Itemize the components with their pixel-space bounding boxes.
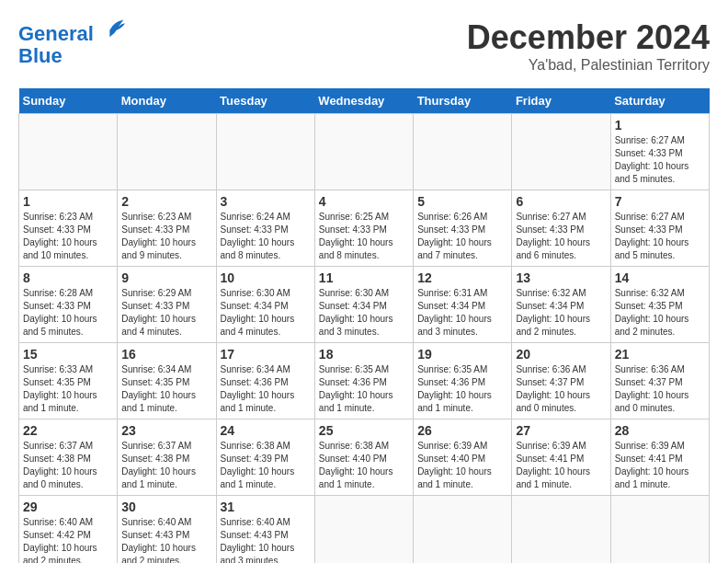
- day-number: 18: [319, 347, 409, 362]
- day-info: Sunrise: 6:40 AMSunset: 4:42 PMDaylight:…: [23, 516, 113, 563]
- day-info: Sunrise: 6:40 AMSunset: 4:43 PMDaylight:…: [221, 516, 311, 563]
- day-info: Sunrise: 6:23 AMSunset: 4:33 PMDaylight:…: [23, 211, 113, 262]
- calendar-cell: 28Sunrise: 6:39 AMSunset: 4:41 PMDayligh…: [610, 419, 709, 496]
- day-info: Sunrise: 6:32 AMSunset: 4:35 PMDaylight:…: [615, 287, 705, 339]
- day-info: Sunrise: 6:27 AMSunset: 4:33 PMDaylight:…: [615, 211, 705, 262]
- day-info: Sunrise: 6:36 AMSunset: 4:37 PMDaylight:…: [615, 363, 705, 415]
- location: Ya'bad, Palestinian Territory: [467, 57, 710, 74]
- calendar-cell: [414, 496, 512, 564]
- calendar-cell: [216, 114, 314, 190]
- calendar-week-row: 1Sunrise: 6:27 AMSunset: 4:33 PMDaylight…: [19, 114, 710, 190]
- day-info: Sunrise: 6:27 AMSunset: 4:33 PMDaylight:…: [615, 134, 705, 186]
- day-number: 2: [121, 194, 211, 209]
- calendar-cell: [512, 496, 610, 564]
- calendar-week-row: 22Sunrise: 6:37 AMSunset: 4:38 PMDayligh…: [19, 419, 710, 496]
- day-number: 10: [221, 270, 311, 285]
- day-number: 14: [615, 270, 705, 285]
- day-number: 29: [23, 500, 113, 514]
- day-info: Sunrise: 6:27 AMSunset: 4:33 PMDaylight:…: [516, 211, 606, 262]
- day-info: Sunrise: 6:24 AMSunset: 4:33 PMDaylight:…: [221, 211, 311, 262]
- calendar-cell: [19, 114, 118, 190]
- calendar-cell: 29Sunrise: 6:40 AMSunset: 4:42 PMDayligh…: [19, 496, 118, 564]
- day-number: 1: [615, 118, 705, 132]
- day-number: 8: [23, 270, 113, 285]
- day-number: 30: [121, 500, 211, 514]
- calendar-cell: 3Sunrise: 6:24 AMSunset: 4:33 PMDaylight…: [216, 190, 314, 267]
- calendar-cell: 26Sunrise: 6:39 AMSunset: 4:40 PMDayligh…: [414, 419, 512, 496]
- calendar-cell: [414, 114, 512, 190]
- calendar-cell: 20Sunrise: 6:36 AMSunset: 4:37 PMDayligh…: [512, 343, 610, 419]
- day-info: Sunrise: 6:34 AMSunset: 4:35 PMDaylight:…: [121, 363, 211, 415]
- day-number: 4: [319, 194, 409, 209]
- calendar-cell: 15Sunrise: 6:33 AMSunset: 4:35 PMDayligh…: [19, 343, 118, 419]
- calendar-cell: 22Sunrise: 6:37 AMSunset: 4:38 PMDayligh…: [19, 419, 118, 496]
- day-number: 1: [23, 194, 113, 209]
- day-info: Sunrise: 6:32 AMSunset: 4:34 PMDaylight:…: [516, 287, 606, 339]
- calendar-cell: 8Sunrise: 6:28 AMSunset: 4:33 PMDaylight…: [19, 267, 118, 343]
- calendar-header-sunday: Sunday: [19, 88, 118, 114]
- calendar-cell: [512, 114, 610, 190]
- day-info: Sunrise: 6:40 AMSunset: 4:43 PMDaylight:…: [121, 516, 211, 563]
- calendar-cell: 23Sunrise: 6:37 AMSunset: 4:38 PMDayligh…: [118, 419, 216, 496]
- day-number: 21: [615, 347, 705, 362]
- day-number: 5: [417, 194, 507, 209]
- calendar-week-row: 8Sunrise: 6:28 AMSunset: 4:33 PMDaylight…: [19, 267, 710, 343]
- calendar-header-saturday: Saturday: [610, 88, 709, 114]
- day-number: 17: [221, 347, 311, 362]
- day-info: Sunrise: 6:26 AMSunset: 4:33 PMDaylight:…: [417, 211, 507, 262]
- day-number: 27: [516, 423, 606, 438]
- month-title: December 2024: [467, 18, 710, 57]
- calendar-cell: 5Sunrise: 6:26 AMSunset: 4:33 PMDaylight…: [414, 190, 512, 267]
- calendar-cell: 30Sunrise: 6:40 AMSunset: 4:43 PMDayligh…: [118, 496, 216, 564]
- calendar-cell: [314, 114, 413, 190]
- day-info: Sunrise: 6:39 AMSunset: 4:41 PMDaylight:…: [615, 440, 705, 491]
- calendar-cell: 25Sunrise: 6:38 AMSunset: 4:40 PMDayligh…: [314, 419, 413, 496]
- day-number: 28: [615, 423, 705, 438]
- calendar-cell: 13Sunrise: 6:32 AMSunset: 4:34 PMDayligh…: [512, 267, 610, 343]
- day-number: 3: [221, 194, 311, 209]
- day-info: Sunrise: 6:29 AMSunset: 4:33 PMDaylight:…: [121, 287, 211, 339]
- day-info: Sunrise: 6:34 AMSunset: 4:36 PMDaylight:…: [221, 363, 311, 415]
- day-number: 15: [23, 347, 113, 362]
- title-block: December 2024 Ya'bad, Palestinian Territ…: [467, 18, 710, 74]
- day-number: 25: [319, 423, 409, 438]
- logo: General Blue: [18, 18, 127, 67]
- logo-text-blue: Blue: [18, 45, 127, 67]
- day-info: Sunrise: 6:28 AMSunset: 4:33 PMDaylight:…: [23, 287, 113, 339]
- day-info: Sunrise: 6:35 AMSunset: 4:36 PMDaylight:…: [417, 363, 507, 415]
- day-info: Sunrise: 6:30 AMSunset: 4:34 PMDaylight:…: [319, 287, 409, 339]
- calendar-cell: 1Sunrise: 6:23 AMSunset: 4:33 PMDaylight…: [19, 190, 118, 267]
- day-number: 13: [516, 270, 606, 285]
- day-info: Sunrise: 6:31 AMSunset: 4:34 PMDaylight:…: [417, 287, 507, 339]
- day-number: 9: [121, 270, 211, 285]
- calendar-cell: [610, 496, 709, 564]
- calendar-week-row: 29Sunrise: 6:40 AMSunset: 4:42 PMDayligh…: [19, 496, 710, 564]
- day-number: 16: [121, 347, 211, 362]
- day-number: 6: [516, 194, 606, 209]
- calendar-header-thursday: Thursday: [414, 88, 512, 114]
- calendar-header-row: SundayMondayTuesdayWednesdayThursdayFrid…: [19, 88, 710, 114]
- day-number: 12: [417, 270, 507, 285]
- day-info: Sunrise: 6:37 AMSunset: 4:38 PMDaylight:…: [23, 440, 113, 491]
- day-number: 26: [417, 423, 507, 438]
- day-info: Sunrise: 6:37 AMSunset: 4:38 PMDaylight:…: [121, 440, 211, 491]
- calendar-cell: 4Sunrise: 6:25 AMSunset: 4:33 PMDaylight…: [314, 190, 413, 267]
- day-number: 23: [121, 423, 211, 438]
- calendar-cell: 2Sunrise: 6:23 AMSunset: 4:33 PMDaylight…: [118, 190, 216, 267]
- calendar-table: SundayMondayTuesdayWednesdayThursdayFrid…: [18, 88, 710, 563]
- calendar-header-tuesday: Tuesday: [216, 88, 314, 114]
- calendar-cell: 1Sunrise: 6:27 AMSunset: 4:33 PMDaylight…: [610, 114, 709, 190]
- day-number: 19: [417, 347, 507, 362]
- calendar-cell: 14Sunrise: 6:32 AMSunset: 4:35 PMDayligh…: [610, 267, 709, 343]
- calendar-cell: [118, 114, 216, 190]
- logo-bird-icon: [101, 15, 127, 40]
- calendar-cell: 17Sunrise: 6:34 AMSunset: 4:36 PMDayligh…: [216, 343, 314, 419]
- calendar-cell: 24Sunrise: 6:38 AMSunset: 4:39 PMDayligh…: [216, 419, 314, 496]
- calendar-header-monday: Monday: [118, 88, 216, 114]
- calendar-week-row: 1Sunrise: 6:23 AMSunset: 4:33 PMDaylight…: [19, 190, 710, 267]
- calendar-cell: 18Sunrise: 6:35 AMSunset: 4:36 PMDayligh…: [314, 343, 413, 419]
- calendar-cell: 11Sunrise: 6:30 AMSunset: 4:34 PMDayligh…: [314, 267, 413, 343]
- calendar-header-wednesday: Wednesday: [314, 88, 413, 114]
- calendar-cell: 31Sunrise: 6:40 AMSunset: 4:43 PMDayligh…: [216, 496, 314, 564]
- calendar-header-friday: Friday: [512, 88, 610, 114]
